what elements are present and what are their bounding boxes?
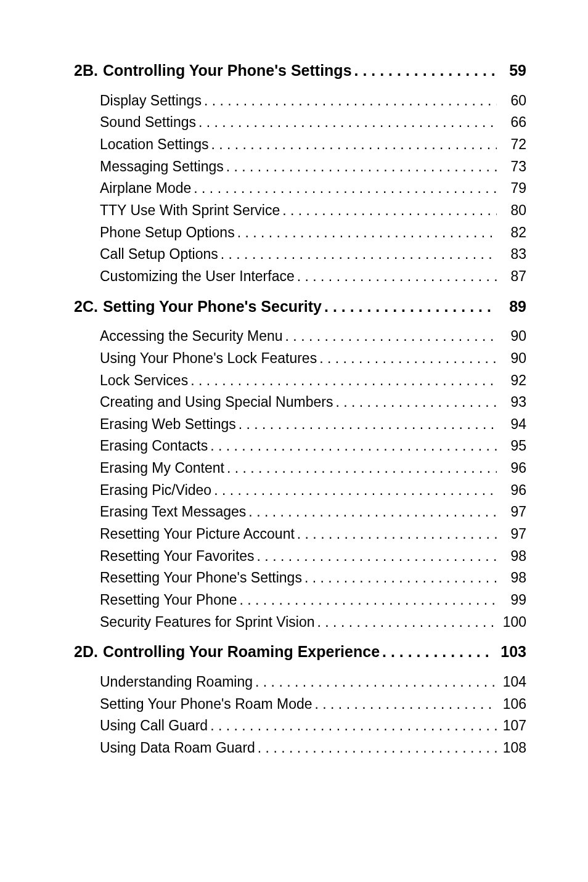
toc-leader (282, 200, 497, 222)
toc-leader (198, 112, 497, 134)
toc-item: Erasing Pic/Video96 (74, 480, 526, 502)
toc-item-page: 87 (499, 266, 526, 288)
toc-item-page: 72 (499, 134, 526, 156)
toc-item-page: 98 (499, 567, 526, 589)
toc-item-label: Sound Settings (100, 112, 196, 134)
toc-leader (315, 693, 497, 716)
toc-item-page: 95 (499, 435, 526, 457)
toc-section-2c: 2C. Setting Your Phone's Security 89 Acc… (74, 296, 526, 634)
toc-item-label: Lock Services (100, 370, 188, 392)
toc-item: Call Setup Options83 (74, 243, 526, 266)
toc-leader (248, 501, 497, 523)
toc-item: Airplane Mode79 (74, 178, 526, 200)
toc-page: 2B. Controlling Your Phone's Settings 59… (0, 0, 588, 800)
toc-leader (210, 435, 497, 457)
toc-item-label: Location Settings (100, 134, 208, 156)
toc-item-label: Resetting Your Picture Account (100, 523, 295, 545)
toc-item-page: 90 (499, 348, 526, 370)
toc-item: Using Data Roam Guard108 (74, 737, 526, 759)
toc-item-label: Resetting Your Favorites (100, 545, 255, 568)
toc-item-page: 97 (499, 501, 526, 523)
toc-leader (297, 523, 497, 545)
toc-item: Understanding Roaming104 (74, 671, 526, 693)
toc-leader (240, 589, 497, 611)
toc-item: Using Call Guard107 (74, 715, 526, 737)
toc-section-2b: 2B. Controlling Your Phone's Settings 59… (74, 60, 526, 288)
toc-item-page: 80 (499, 200, 526, 222)
toc-item-page: 100 (499, 611, 526, 634)
toc-item-page: 96 (499, 457, 526, 480)
toc-leader (255, 671, 497, 693)
toc-section-2d: 2D. Controlling Your Roaming Experience … (74, 642, 526, 759)
toc-item-label: Phone Setup Options (100, 222, 235, 244)
toc-leader (210, 715, 497, 737)
toc-item: Erasing Web Settings94 (74, 414, 526, 436)
toc-item-label: Resetting Your Phone (100, 589, 237, 611)
toc-item-label: Call Setup Options (100, 243, 218, 266)
toc-item: Sound Settings66 (74, 112, 526, 134)
toc-item: Resetting Your Favorites98 (74, 545, 526, 568)
toc-item-label: Airplane Mode (100, 178, 191, 200)
toc-item-page: 106 (499, 693, 526, 716)
toc-item: Using Your Phone's Lock Features90 (74, 348, 526, 370)
toc-item: Phone Setup Options82 (74, 222, 526, 244)
toc-heading-2b: 2B. Controlling Your Phone's Settings 59 (74, 60, 526, 81)
toc-item-page: 98 (499, 545, 526, 568)
toc-item-page: 107 (499, 715, 526, 737)
toc-heading-prefix: 2B. (74, 60, 98, 81)
toc-leader (354, 60, 494, 81)
toc-leader (258, 737, 497, 759)
toc-item-page: 83 (499, 243, 526, 266)
toc-item-label: Security Features for Sprint Vision (100, 611, 315, 634)
toc-item-page: 108 (499, 737, 526, 759)
toc-leader (324, 296, 494, 317)
toc-heading-page: 103 (497, 642, 526, 663)
toc-leader (297, 266, 497, 288)
toc-item-page: 97 (499, 523, 526, 545)
toc-item: Display Settings60 (74, 90, 526, 112)
toc-item: TTY Use With Sprint Service80 (74, 200, 526, 222)
toc-leader (194, 178, 497, 200)
toc-item-page: 90 (499, 325, 526, 348)
toc-leader (257, 545, 497, 568)
toc-item-label: Using Data Roam Guard (100, 737, 255, 759)
toc-leader (382, 642, 494, 663)
toc-item-page: 94 (499, 414, 526, 436)
toc-item-page: 99 (499, 589, 526, 611)
toc-leader (304, 567, 497, 589)
toc-item-label: Erasing My Content (100, 457, 224, 480)
toc-item: Resetting Your Phone's Settings98 (74, 567, 526, 589)
toc-item-page: 79 (499, 178, 526, 200)
toc-leader (335, 391, 497, 414)
toc-item-page: 66 (499, 112, 526, 134)
toc-leader (226, 156, 497, 178)
toc-item-label: Understanding Roaming (100, 671, 253, 693)
toc-item-label: Messaging Settings (100, 156, 224, 178)
toc-leader (285, 325, 497, 348)
toc-heading-2c: 2C. Setting Your Phone's Security 89 (74, 296, 526, 317)
toc-heading-title: Controlling Your Roaming Experience (103, 642, 380, 663)
toc-item: Accessing the Security Menu90 (74, 325, 526, 348)
toc-item-label: Resetting Your Phone's Settings (100, 567, 302, 589)
toc-item-label: Customizing the User Interface (100, 266, 295, 288)
toc-item-page: 104 (499, 671, 526, 693)
toc-item: Security Features for Sprint Vision100 (74, 611, 526, 634)
toc-item: Resetting Your Picture Account97 (74, 523, 526, 545)
toc-item: Lock Services92 (74, 370, 526, 392)
toc-item-label: Display Settings (100, 90, 202, 112)
toc-item-page: 60 (499, 90, 526, 112)
toc-item-label: Accessing the Security Menu (100, 325, 283, 348)
toc-item: Creating and Using Special Numbers93 (74, 391, 526, 414)
toc-heading-page: 89 (497, 296, 526, 317)
toc-item-page: 82 (499, 222, 526, 244)
toc-item: Erasing Contacts95 (74, 435, 526, 457)
toc-item-label: Using Call Guard (100, 715, 208, 737)
toc-heading-title: Setting Your Phone's Security (103, 296, 322, 317)
toc-item: Erasing My Content96 (74, 457, 526, 480)
toc-item: Resetting Your Phone99 (74, 589, 526, 611)
toc-item: Setting Your Phone's Roam Mode106 (74, 693, 526, 716)
toc-leader (221, 243, 497, 266)
toc-heading-2d: 2D. Controlling Your Roaming Experience … (74, 642, 526, 663)
toc-item-label: Erasing Text Messages (100, 501, 246, 523)
toc-item: Erasing Text Messages97 (74, 501, 526, 523)
